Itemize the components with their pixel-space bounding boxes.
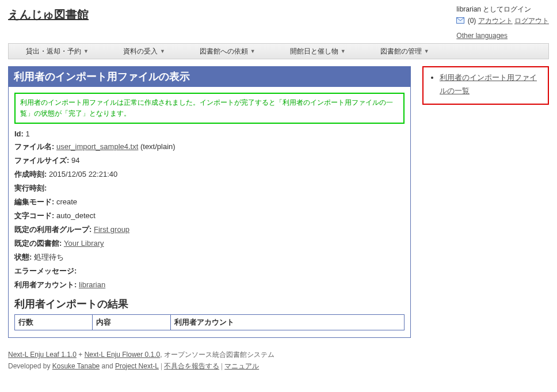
result-table: 行数 内容 利用者アカウント [14,314,405,330]
footer-manual-link[interactable]: マニュアル [224,362,259,370]
error-label: エラーメッセージ: [14,267,77,275]
state-label: 状態: [14,253,32,261]
sidebar-box: 利用者のインポート用ファイルの一覧 [422,66,549,105]
other-languages-link[interactable]: Other languages [456,32,508,40]
user-area: librarian としてログイン (0) アカウント ログアウト Other … [456,5,549,40]
footer-tagline: , オープンソース統合図書館システム [160,351,274,359]
filename-link[interactable]: user_import_sample4.txt [56,142,138,151]
created-label: 作成時刻: [14,170,47,178]
menu-label: 図書館の管理 [380,47,422,56]
filename-label: ファイル名: [14,142,54,151]
library-label: 既定の図書館: [14,239,62,248]
menu-accession[interactable]: 資料の受入▼ [123,47,165,56]
menubar: 貸出・返却・予約▼ 資料の受入▼ 図書館への依頼▼ 開館日と催し物▼ 図書館の管… [8,43,549,59]
col-lines: 行数 [15,315,93,330]
result-heading: 利用者インポートの結果 [14,297,405,311]
menu-label: 資料の受入 [123,47,158,56]
chevron-down-icon: ▼ [424,48,429,54]
menu-label: 図書館への依頼 [200,47,248,56]
created-value: 2015/12/05 22:21:40 [49,170,117,178]
separator: | [221,362,223,370]
col-body: 内容 [93,315,170,330]
mail-icon[interactable] [456,17,464,25]
mode-value: create [56,197,77,206]
content-body: 利用者のインポート用ファイルは正常に作成されました。インポートが完了すると「利用… [8,87,411,338]
id-label: Id: [14,130,24,138]
footer-and: and [100,362,115,370]
site-title-link[interactable]: えんじゅ図書館 [8,7,89,22]
footer: Next-L Enju Leaf 1.1.0 + Next-L Enju Flo… [8,349,549,371]
chevron-down-icon: ▼ [250,48,255,54]
state-value: 処理待ち [34,253,64,261]
filesize-value: 94 [71,156,79,165]
library-link[interactable]: Your Library [64,239,104,248]
flash-notice: 利用者のインポート用ファイルは正常に作成されました。インポートが完了すると「利用… [14,93,405,124]
chevron-down-icon: ▼ [83,48,89,54]
menu-loan[interactable]: 貸出・返却・予約▼ [26,47,89,56]
footer-dev-prefix: Developed by [8,362,52,370]
menu-admin[interactable]: 図書館の管理▼ [380,47,429,56]
footer-bug-link[interactable]: 不具合を報告する [164,362,219,370]
chevron-down-icon: ▼ [341,48,346,54]
account-label: 利用者アカウント: [14,280,77,289]
footer-dev2-link[interactable]: Project Next-L [115,362,159,370]
menu-label: 開館日と催し物 [290,47,338,56]
col-account: 利用者アカウント [170,315,404,330]
footer-app2-link[interactable]: Next-L Enju Flower 0.1.0 [85,351,161,359]
executed-label: 実行時刻: [14,184,47,192]
logout-link[interactable]: ログアウト [514,17,549,25]
encoding-value: auto_detect [56,211,96,220]
message-count: (0) [468,17,476,25]
footer-app1-link[interactable]: Next-L Enju Leaf 1.1.0 [8,351,77,359]
sidebar-import-list-link[interactable]: 利用者のインポート用ファイルの一覧 [440,73,537,95]
filename-mime: (text/plain) [140,142,176,151]
account-link[interactable]: アカウント [478,17,513,25]
menu-request[interactable]: 図書館への依頼▼ [200,47,255,56]
encoding-label: 文字コード: [14,211,54,220]
page-title: 利用者のインポート用ファイルの表示 [8,66,411,87]
login-status: librarian としてログイン [456,5,549,14]
footer-plus: + [77,351,85,359]
id-value: 1 [26,130,30,138]
mode-label: 編集モード: [14,197,54,206]
menu-label: 貸出・返却・予約 [26,47,81,56]
account-link-value[interactable]: librarian [79,280,105,289]
filesize-label: ファイルサイズ: [14,156,69,165]
group-link[interactable]: First group [94,225,129,234]
separator: | [161,362,162,370]
menu-event[interactable]: 開館日と催し物▼ [290,47,346,56]
group-label: 既定の利用者グループ: [14,225,91,234]
footer-dev1-link[interactable]: Kosuke Tanabe [52,362,100,370]
chevron-down-icon: ▼ [160,48,165,54]
